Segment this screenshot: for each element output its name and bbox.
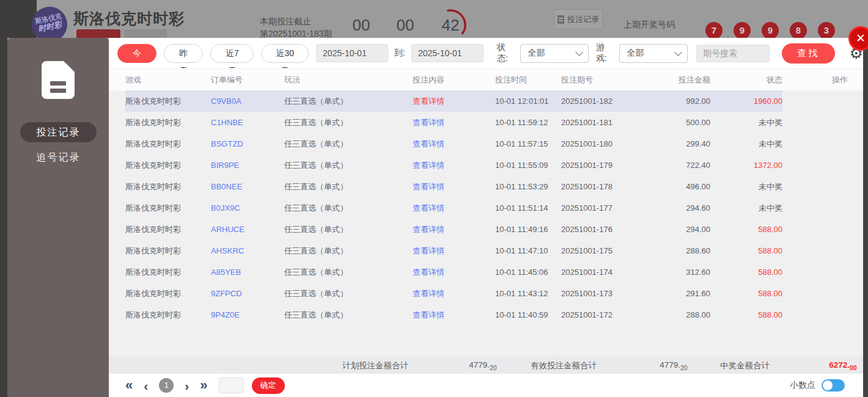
cell-game: 斯洛伐克时时彩 [125,139,211,150]
order-id-link[interactable]: A85YEB [211,268,241,277]
decimal-toggle[interactable] [822,379,845,392]
header-left-button-grey[interactable] [124,29,167,38]
prev-page-icon[interactable]: ‹ [144,379,148,392]
order-id-link[interactable]: BSGTZD [211,139,243,148]
cell-play: 任三直选（单式） [284,267,413,278]
order-id-link[interactable]: C1HNBE [211,118,243,127]
cell-status: 588.00 [710,310,782,319]
cell-time: 10-01 11:47:10 [495,246,561,255]
status-select[interactable]: 全部 [520,44,589,63]
date-to-input[interactable] [411,44,484,62]
current-page-button[interactable]: 1 [159,378,174,393]
table-row[interactable]: 斯洛伐克时时彩 BIR9PE 任三直选（单式） 查看详情 10-01 11:55… [109,155,863,176]
table-row[interactable]: 斯洛伐克时时彩 9P4Z0E 任三直选（单式） 查看详情 10-01 11:40… [109,304,863,326]
cell-game: 斯洛伐克时时彩 [125,310,211,321]
view-detail-link[interactable]: 查看详情 [413,246,444,255]
table-row[interactable]: 斯洛伐克时时彩 B0JX9C 任三直选（单式） 查看详情 10-01 11:51… [109,197,863,219]
cell-game: 斯洛伐克时时彩 [125,267,211,278]
cell-period: 20251001-180 [561,139,654,148]
cell-time: 10-01 11:49:16 [495,225,561,234]
close-icon[interactable]: ✕ [848,26,868,51]
cell-status: 588.00 [710,225,782,234]
view-detail-link[interactable]: 查看详情 [413,118,444,127]
col-amount: 投注金额 [654,75,710,86]
modal-sidebar: 投注记录 追号记录 [7,38,109,397]
document-icon [557,15,564,24]
view-detail-link[interactable]: 查看详情 [413,289,444,298]
table-row[interactable]: 斯洛伐克时时彩 A85YEB 任三直选（单式） 查看详情 10-01 11:45… [109,261,863,283]
view-detail-link[interactable]: 查看详情 [413,97,444,106]
view-detail-link[interactable]: 查看详情 [413,182,444,191]
record-document-icon [42,61,75,99]
filter-30days-button[interactable]: 近30天 [261,44,309,63]
chevron-down-icon [674,48,682,56]
next-page-icon[interactable]: › [185,379,189,392]
plan-total-value: 4779.20 [432,360,490,370]
win-total-label: 中奖金额合计 [720,360,770,371]
cell-game: 斯洛伐克时时彩 [125,160,211,171]
sidebar-item-chase-records[interactable]: 追号记录 [20,148,97,167]
order-id-link[interactable]: 9ZFPCD [211,289,242,298]
valid-total-value: 4779.20 [622,360,680,370]
search-button[interactable]: 查找 [782,43,834,64]
order-id-link[interactable]: BIR9PE [211,161,239,170]
table-header: 游戏 订单编号 玩法 投注内容 投注时间 投注期号 投注金额 状态 操作 [109,68,863,90]
cell-period: 20251001-176 [561,225,654,234]
first-page-icon[interactable]: « [125,379,133,392]
cell-period: 20251001-178 [561,182,654,191]
table-row[interactable]: 斯洛伐克时时彩 C1HNBE 任三直选（单式） 查看详情 10-01 11:59… [109,112,863,133]
order-id-link[interactable]: ARHUCE [211,225,245,234]
cell-play: 任三直选（单式） [284,203,413,214]
filter-yesterday-button[interactable]: 昨天 [164,44,203,63]
table-row[interactable]: 斯洛伐克时时彩 BSGTZD 任三直选（单式） 查看详情 10-01 11:57… [109,133,863,155]
table-row[interactable]: 斯洛伐克时时彩 BB0NEE 任三直选（单式） 查看详情 10-01 11:53… [109,176,863,197]
page-header-dimmed: 斯洛伐克 时时彩 斯洛伐克时时彩 本期投注截止 第20251001-183期 0… [0,0,868,38]
filter-today-button[interactable]: 今天 [117,44,156,63]
last-draw-label: 上期开奖号码 [623,20,675,31]
game-select[interactable]: 全部 [619,44,688,63]
cell-play: 任三直选（单式） [284,117,413,128]
header-left-button-red[interactable] [76,29,120,38]
cell-time: 10-01 11:55:09 [495,161,561,170]
order-id-link[interactable]: 9P4Z0E [211,310,240,319]
summary-bar: 计划投注金额合计 4779.20 有效投注金额合计 4779.20 中奖金额合计… [109,357,863,374]
cell-play: 任三直选（单式） [284,224,413,235]
last-page-icon[interactable]: » [200,379,207,392]
table-row[interactable]: 斯洛伐克时时彩 AHSKRC 任三直选（单式） 查看详情 10-01 11:47… [109,240,863,261]
view-detail-link[interactable]: 查看详情 [413,161,444,170]
cell-play: 任三直选（单式） [284,181,413,192]
view-detail-link[interactable]: 查看详情 [413,225,444,234]
bet-record-button[interactable]: 投注记录 [554,9,603,29]
period-search-input[interactable] [696,45,770,62]
order-id-link[interactable]: C9VB0A [211,97,241,106]
filter-7days-button[interactable]: 近7天 [210,44,254,63]
view-detail-link[interactable]: 查看详情 [413,139,444,148]
order-id-link[interactable]: BB0NEE [211,182,242,191]
status-filter-label: 状态: [497,42,514,64]
view-detail-link[interactable]: 查看详情 [413,310,444,319]
page-confirm-button[interactable]: 确定 [252,377,285,394]
cell-play: 任三直选（单式） [284,310,413,321]
cell-amount: 294.00 [654,225,710,234]
cell-time: 10-01 11:40:59 [495,310,561,319]
date-from-input[interactable] [316,44,388,62]
page-number-input[interactable] [219,377,243,393]
cell-status: 588.00 [710,246,782,255]
col-content: 投注内容 [413,75,495,86]
order-id-link[interactable]: B0JX9C [211,203,240,213]
cell-play: 任三直选（单式） [284,288,413,299]
order-id-link[interactable]: AHSKRC [211,246,244,255]
table-row[interactable]: 斯洛伐克时时彩 9ZFPCD 任三直选（单式） 查看详情 10-01 11:43… [109,283,863,304]
table-row[interactable]: 斯洛伐克时时彩 ARHUCE 任三直选（单式） 查看详情 10-01 11:49… [109,219,863,240]
decimal-toggle-label: 小数点 [790,380,815,391]
sidebar-item-bet-records[interactable]: 投注记录 [20,122,97,142]
cell-status: 未中奖 [710,181,782,192]
cell-play: 任三直选（单式） [284,160,413,171]
col-period: 投注期号 [561,75,654,86]
draw-ball-5: 3 [818,22,835,38]
view-detail-link[interactable]: 查看详情 [413,203,444,213]
col-game: 游戏 [125,75,211,86]
view-detail-link[interactable]: 查看详情 [413,268,444,277]
col-time: 投注时间 [495,75,561,86]
table-row[interactable]: 斯洛伐克时时彩 C9VB0A 任三直选（单式） 查看详情 10-01 12:01… [109,90,863,112]
